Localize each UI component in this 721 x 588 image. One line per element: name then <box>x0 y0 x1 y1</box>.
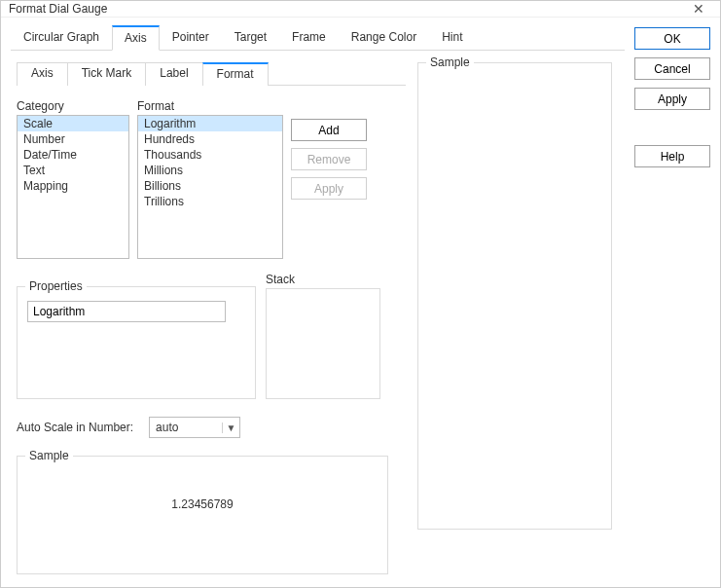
left-column: AxisTick MarkLabelFormat Category ScaleN… <box>17 58 406 574</box>
list-item[interactable]: Millions <box>138 163 282 178</box>
chevron-down-icon: ▼ <box>222 423 239 433</box>
list-item[interactable]: Billions <box>138 178 282 194</box>
list-item[interactable]: Trillions <box>138 194 282 209</box>
tab-frame[interactable]: Frame <box>279 25 339 50</box>
dialog-window: Format Dial Gauge ✕ Circular GraphAxisPo… <box>0 0 721 588</box>
subtab-format[interactable]: Format <box>202 62 269 86</box>
properties-group: Properties <box>17 286 256 399</box>
list-item[interactable]: Logarithm <box>138 116 282 131</box>
list-item[interactable]: Thousands <box>138 147 282 163</box>
list-item[interactable]: Number <box>18 131 128 147</box>
button-bar: OK Cancel Apply Help <box>634 27 710 580</box>
title-bar: Format Dial Gauge ✕ <box>1 1 720 18</box>
sub-tab-strip: AxisTick MarkLabelFormat <box>17 62 406 86</box>
sample-right-group: Sample <box>417 62 612 530</box>
main-panel: Circular GraphAxisPointerTargetFrameRang… <box>11 25 625 580</box>
tab-pointer[interactable]: Pointer <box>160 25 222 50</box>
tab-target[interactable]: Target <box>222 25 279 50</box>
format-block: Format LogarithmHundredsThousandsMillion… <box>137 99 283 259</box>
top-tab-strip: Circular GraphAxisPointerTargetFrameRang… <box>11 25 625 51</box>
window-title: Format Dial Gauge <box>9 2 107 16</box>
subtab-axis[interactable]: Axis <box>17 62 68 86</box>
list-item[interactable]: Text <box>18 163 128 178</box>
right-column: Sample <box>417 58 619 574</box>
subtab-tick-mark[interactable]: Tick Mark <box>67 62 147 86</box>
apply-button[interactable]: Apply <box>634 88 710 110</box>
format-label: Format <box>137 99 283 113</box>
sample-local-group: Sample 1.23456789 <box>17 456 388 574</box>
tab-axis[interactable]: Axis <box>112 25 160 51</box>
list-item[interactable]: Scale <box>18 116 128 131</box>
category-block: Category ScaleNumberDate/TimeTextMapping <box>17 99 129 259</box>
close-icon[interactable]: ✕ <box>685 1 712 17</box>
properties-legend: Properties <box>25 279 87 293</box>
stack-label: Stack <box>266 273 380 286</box>
list-item[interactable]: Hundreds <box>138 131 282 147</box>
apply-list-button[interactable]: Apply <box>291 177 367 200</box>
lists-row: Category ScaleNumberDate/TimeTextMapping… <box>17 99 406 259</box>
auto-scale-row: Auto Scale in Number: auto ▼ <box>17 417 406 438</box>
props-stack-row: Properties Stack <box>17 273 406 399</box>
auto-scale-label: Auto Scale in Number: <box>17 421 133 434</box>
help-button[interactable]: Help <box>634 145 710 167</box>
stack-listbox[interactable] <box>266 288 380 399</box>
list-item[interactable]: Mapping <box>18 178 128 194</box>
add-button[interactable]: Add <box>291 119 367 141</box>
tab-hint[interactable]: Hint <box>429 25 475 50</box>
subtab-label[interactable]: Label <box>145 62 202 86</box>
auto-scale-select[interactable]: auto ▼ <box>149 417 240 438</box>
tab-range-color[interactable]: Range Color <box>339 25 429 50</box>
remove-button[interactable]: Remove <box>291 148 367 170</box>
dialog-body: Circular GraphAxisPointerTargetFrameRang… <box>1 18 720 588</box>
list-item[interactable]: Date/Time <box>18 147 128 163</box>
auto-scale-value: auto <box>150 421 222 434</box>
list-button-column: Add Remove Apply <box>291 119 367 259</box>
category-label: Category <box>17 99 129 113</box>
sample-local-value: 1.23456789 <box>27 497 378 511</box>
properties-input[interactable] <box>27 301 226 322</box>
sample-local-legend: Sample <box>25 449 73 462</box>
tab-circular-graph[interactable]: Circular Graph <box>11 25 112 50</box>
tab-content: AxisTick MarkLabelFormat Category ScaleN… <box>11 51 625 580</box>
sample-right-legend: Sample <box>426 55 474 69</box>
cancel-button[interactable]: Cancel <box>634 57 710 80</box>
ok-button[interactable]: OK <box>634 27 710 50</box>
category-listbox[interactable]: ScaleNumberDate/TimeTextMapping <box>17 115 129 259</box>
format-listbox[interactable]: LogarithmHundredsThousandsMillionsBillio… <box>137 115 283 259</box>
